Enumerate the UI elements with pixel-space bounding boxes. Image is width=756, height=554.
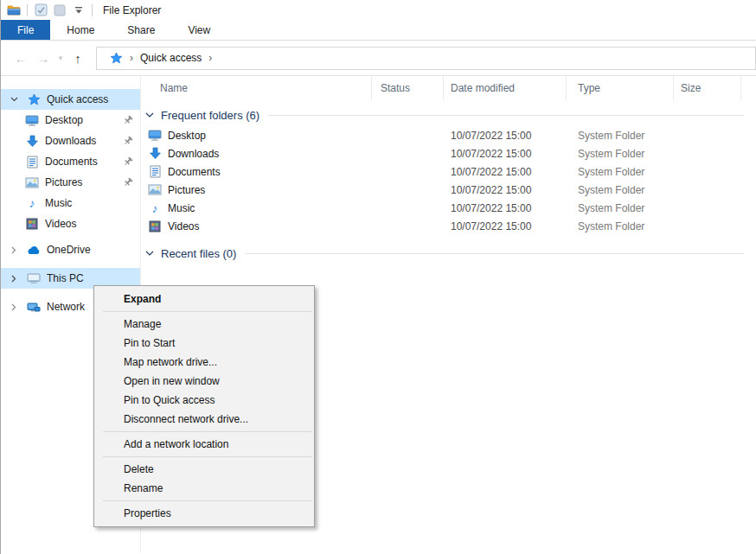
chevron-down-icon[interactable] (145, 248, 156, 258)
sidebar-item-desktop[interactable]: Desktop (1, 110, 140, 131)
breadcrumb-chevron-icon[interactable]: › (123, 52, 140, 64)
group-rule (245, 253, 744, 254)
file-type: System Folder (567, 130, 674, 142)
file-row-pictures[interactable]: Pictures 10/07/2022 15:00 System Folder (141, 181, 756, 199)
ribbon-tabs: File Home Share View (1, 20, 756, 41)
menu-item-manage[interactable]: Manage (94, 315, 314, 334)
breadcrumb-root[interactable]: Quick access (140, 52, 202, 64)
chevron-down-icon[interactable] (145, 110, 156, 120)
file-type: System Folder (567, 166, 674, 178)
titlebar: File Explorer (1, 0, 756, 20)
file-row-music[interactable]: ♪ Music 10/07/2022 15:00 System Folder (141, 199, 756, 217)
file-date-modified: 10/07/2022 15:00 (444, 148, 567, 160)
desktop-icon (25, 113, 39, 127)
menu-item-rename[interactable]: Rename (94, 479, 314, 498)
tab-share[interactable]: Share (111, 20, 171, 40)
column-header-name[interactable]: Name (141, 76, 372, 100)
file-name: Documents (168, 166, 221, 178)
file-date-modified: 10/07/2022 15:00 (444, 130, 567, 142)
pictures-icon (25, 175, 39, 189)
file-name: Videos (168, 220, 199, 232)
documents-icon (148, 165, 162, 179)
sidebar-item-label: Music (45, 197, 140, 209)
back-button[interactable]: ← (10, 48, 32, 68)
qat-properties-icon[interactable] (33, 3, 48, 17)
desktop-icon (148, 129, 162, 143)
recent-locations-dropdown-icon[interactable]: ▾ (54, 48, 67, 68)
quick-access-star-icon (109, 51, 123, 65)
sidebar-item-videos[interactable]: Videos (1, 213, 140, 234)
titlebar-separator (27, 4, 28, 16)
file-row-documents[interactable]: Documents 10/07/2022 15:00 System Folder (141, 162, 756, 181)
column-headers: Name Status Date modified Type Size (141, 76, 756, 100)
menu-item-delete[interactable]: Delete (94, 460, 314, 479)
menu-item-add-a-network-location[interactable]: Add a network location (94, 435, 314, 454)
menu-item-disconnect-network-drive[interactable]: Disconnect network drive... (94, 410, 314, 429)
forward-button[interactable]: → (32, 48, 54, 68)
file-type: System Folder (567, 184, 674, 196)
chevron-down-icon[interactable] (8, 97, 20, 102)
group-header-frequent-folders[interactable]: Frequent folders (6) (141, 104, 756, 126)
address-bar[interactable]: › Quick access › (96, 47, 756, 70)
group-header-recent-files[interactable]: Recent files (0) (141, 242, 756, 264)
videos-icon (148, 220, 162, 233)
column-header-type[interactable]: Type (567, 76, 674, 100)
tab-home[interactable]: Home (50, 20, 111, 40)
menu-item-pin-to-start[interactable]: Pin to Start (94, 334, 314, 353)
column-header-size[interactable]: Size (674, 76, 741, 100)
chevron-right-icon[interactable] (8, 303, 20, 311)
file-date-modified: 10/07/2022 15:00 (444, 184, 567, 196)
menu-item-open-in-new-window[interactable]: Open in new window (94, 372, 314, 391)
file-type: System Folder (567, 220, 674, 232)
file-row-downloads[interactable]: Downloads 10/07/2022 15:00 System Folder (141, 144, 756, 162)
menu-item-expand[interactable]: Expand (94, 290, 314, 309)
sidebar-item-label: This PC (47, 272, 140, 284)
sidebar-item-label: Pictures (45, 176, 121, 188)
tab-file[interactable]: File (1, 20, 50, 40)
onedrive-cloud-icon (27, 243, 41, 257)
sidebar-item-music[interactable]: ♪ Music (1, 193, 140, 213)
navigation-bar: ← → ▾ ↑ › Quick access › (1, 41, 756, 76)
file-row-videos[interactable]: Videos 10/07/2022 15:00 System Folder (141, 217, 756, 235)
downloads-icon (148, 147, 162, 161)
menu-separator (103, 456, 312, 457)
explorer-folder-icon (6, 3, 22, 17)
breadcrumb-chevron-icon[interactable]: › (202, 52, 219, 64)
window-title: File Explorer (103, 4, 161, 16)
sidebar-item-downloads[interactable]: Downloads (1, 131, 140, 151)
network-icon (27, 300, 41, 314)
sidebar-item-quick-access[interactable]: Quick access (1, 89, 140, 110)
menu-separator (103, 311, 312, 312)
qat-customize-dropdown-icon[interactable] (71, 3, 86, 17)
sidebar-item-label: Documents (45, 156, 121, 168)
this-pc-icon (27, 271, 41, 285)
music-icon: ♪ (148, 201, 162, 215)
quick-access-star-icon (27, 92, 41, 106)
menu-item-map-network-drive[interactable]: Map network drive... (94, 353, 314, 372)
sidebar-item-label: Quick access (47, 93, 140, 105)
file-name: Pictures (168, 184, 205, 196)
chevron-right-icon[interactable] (8, 275, 20, 283)
file-type: System Folder (567, 202, 674, 214)
sidebar-item-label: Videos (45, 218, 140, 230)
sidebar-item-onedrive[interactable]: OneDrive (1, 239, 140, 260)
menu-item-pin-to-quick-access[interactable]: Pin to Quick access (94, 391, 314, 410)
tab-view[interactable]: View (171, 20, 227, 40)
menu-item-properties[interactable]: Properties (94, 504, 314, 523)
column-header-date-modified[interactable]: Date modified (444, 76, 567, 100)
chevron-right-icon[interactable] (8, 246, 20, 254)
file-date-modified: 10/07/2022 15:00 (444, 202, 567, 214)
downloads-icon (25, 134, 39, 148)
qat-newfolder-icon[interactable] (52, 3, 67, 17)
file-row-desktop[interactable]: Desktop 10/07/2022 15:00 System Folder (141, 126, 756, 144)
sidebar-item-label: Downloads (45, 135, 121, 147)
file-date-modified: 10/07/2022 15:00 (444, 220, 567, 232)
sidebar-item-label: Desktop (45, 114, 121, 126)
column-header-status[interactable]: Status (372, 76, 444, 100)
sidebar-item-pictures[interactable]: Pictures (1, 172, 140, 193)
file-type: System Folder (567, 148, 674, 160)
sidebar-item-documents[interactable]: Documents (1, 151, 140, 172)
up-button[interactable]: ↑ (67, 48, 89, 68)
group-label: Recent files (0) (161, 247, 236, 260)
pin-icon (121, 113, 135, 127)
